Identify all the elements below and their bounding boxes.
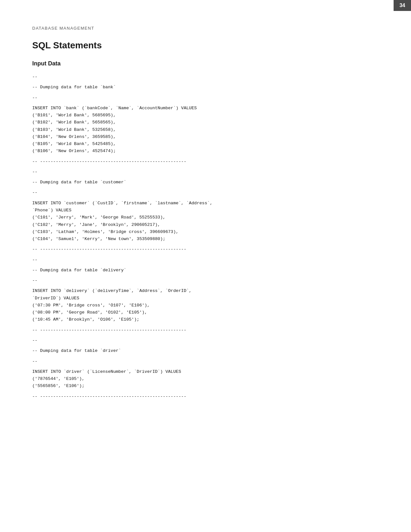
separator-3: -- -------------------------------------… [32,327,379,334]
delivery-comment-2: -- Dumping data for table `delivery` [32,267,379,274]
bank-insert: INSERT INTO `bank` (`bankCode`, `Name`, … [32,105,379,155]
delivery-comment-block: -- -- Dumping data for table `delivery` … [32,256,379,285]
customer-comment-block: -- -- Dumping data for table `customer` … [32,169,379,197]
section-title: Input Data [32,60,379,67]
delivery-comment-1: -- [32,256,379,264]
customer-insert: INSERT INTO `customer` (`CustID`, `first… [32,200,379,243]
driver-comment-3: -- [32,358,379,365]
driver-comment-1: -- [32,337,379,344]
separator-1-block: -- -------------------------------------… [32,158,379,165]
customer-comment-2: -- Dumping data for table `customer` [32,179,379,186]
separator-4: -- -------------------------------------… [32,393,379,400]
separator-2-block: -- -------------------------------------… [32,246,379,253]
bank-comment-3: -- [32,94,379,102]
driver-comment-block: -- -- Dumping data for table `driver` -- [32,337,379,365]
page-container: 34 DATABASE MANAGEMENT SQL Statements In… [0,0,411,532]
delivery-insert-block: INSERT INTO `delivery` (`deliveryTime`, … [32,287,379,323]
page-number: 34 [394,0,411,11]
bank-comment-2: -- Dumping data for table `bank` [32,84,379,91]
driver-insert: INSERT INTO `driver` (`LicenseNumber`, `… [32,368,379,390]
separator-1: -- -------------------------------------… [32,158,379,165]
driver-insert-block: INSERT INTO `driver` (`LicenseNumber`, `… [32,368,379,390]
driver-comment-2: -- Dumping data for table `driver` [32,347,379,354]
separator-4-block: -- -------------------------------------… [32,393,379,400]
delivery-comment-3: -- [32,277,379,284]
customer-comment-1: -- [32,169,379,176]
main-title: SQL Statements [32,40,379,51]
bank-comment-block: -- -- Dumping data for table `bank` -- [32,73,379,102]
bank-comment-1: -- [32,73,379,81]
separator-2: -- -------------------------------------… [32,246,379,253]
customer-insert-block: INSERT INTO `customer` (`CustID`, `first… [32,200,379,243]
bank-insert-block: INSERT INTO `bank` (`bankCode`, `Name`, … [32,105,379,155]
separator-3-block: -- -------------------------------------… [32,327,379,334]
header-label: DATABASE MANAGEMENT [32,26,379,31]
customer-comment-3: -- [32,189,379,196]
delivery-insert: INSERT INTO `delivery` (`deliveryTime`, … [32,287,379,323]
